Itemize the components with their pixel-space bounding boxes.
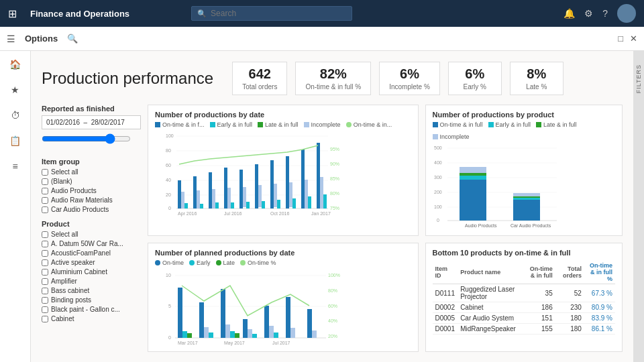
kpi-incomplete-label: Incomplete % — [389, 83, 430, 90]
svg-rect-68 — [513, 198, 540, 200]
svg-rect-69 — [513, 196, 540, 198]
cell-total: 180 — [555, 313, 584, 324]
svg-rect-66 — [460, 167, 486, 173]
sidebar-icons: 🏠 ★ ⏱ 📋 ≡ — [0, 51, 31, 362]
window-controls: □ ✕ — [618, 34, 637, 44]
svg-text:100: 100 — [166, 133, 174, 138]
filters-tab[interactable]: FILTERS — [633, 51, 644, 362]
chart3-svg: 10 5 0 100% 80% 60% 40% 20% — [155, 269, 350, 346]
filter-product-aluminium-label: Aluminium Cabinet — [51, 268, 107, 276]
svg-text:5: 5 — [168, 304, 171, 308]
filter-item: Black paint - Gallon c... — [42, 306, 141, 313]
filter-item-group-audioraw-checkbox[interactable] — [42, 197, 48, 204]
filter-item: Active speaker — [42, 259, 141, 266]
svg-text:500: 500 — [434, 145, 442, 150]
filter-product-binding-checkbox[interactable] — [42, 297, 48, 304]
svg-rect-32 — [277, 200, 280, 208]
legend3-late: Late — [216, 259, 235, 266]
cell-ontime: 186 — [527, 302, 555, 313]
filter-product-bass-checkbox[interactable] — [42, 288, 48, 294]
svg-rect-99 — [269, 326, 274, 338]
subnav-search-icon[interactable]: 🔍 — [67, 34, 78, 44]
kpi-late-value: 8% — [520, 66, 553, 82]
svg-rect-13 — [181, 192, 184, 208]
filter-product-acoustic-checkbox[interactable] — [42, 250, 48, 257]
filter-item: Car Audio Products — [42, 206, 141, 213]
hamburger-icon[interactable]: ☰ — [7, 34, 15, 44]
item-group-filter-section: Item group Select all (Blank) Audio Prod… — [42, 158, 141, 213]
filter-item-group-audio-checkbox[interactable] — [42, 188, 48, 194]
workspaces-icon[interactable]: 📋 — [7, 133, 23, 149]
filter-item: Amplifier — [42, 278, 141, 285]
chart3-title: Number of planned productions by date — [155, 249, 411, 257]
filter-product-active-checkbox[interactable] — [42, 259, 48, 266]
svg-text:0: 0 — [168, 206, 171, 210]
svg-rect-103 — [307, 309, 312, 338]
filter-product-selectall-label: Select all — [51, 231, 78, 238]
svg-text:100%: 100% — [328, 273, 340, 278]
chart2-svg: 500 400 300 200 100 0 — [433, 143, 560, 230]
filter-product-adatum-checkbox[interactable] — [42, 241, 48, 247]
filter-item-group-blank-checkbox[interactable] — [42, 178, 48, 185]
search-box[interactable]: 🔍 — [191, 6, 352, 21]
main-area: 🏠 ★ ⏱ 📋 ≡ Production performance 642 Tot… — [0, 51, 644, 362]
filter-item-group-audio-label: Audio Products — [51, 187, 97, 194]
help-icon[interactable]: ? — [602, 8, 608, 19]
svg-rect-65 — [460, 173, 486, 176]
filter-product-amplifier-checkbox[interactable] — [42, 278, 48, 285]
product-filter-section: Product Select all A. Datum 50W Car Ra..… — [42, 220, 141, 322]
options-title: Options — [25, 34, 58, 44]
kpi-early-label: Early % — [458, 83, 492, 90]
filter-product-cabinet-checkbox[interactable] — [42, 316, 48, 322]
svg-rect-35 — [292, 198, 296, 208]
filter-item: Aluminium Cabinet — [42, 268, 141, 276]
svg-rect-36 — [301, 149, 305, 208]
table-row: D0111 Ruggedized Laser Projector 35 52 6… — [433, 284, 616, 302]
avatar[interactable] — [617, 4, 636, 23]
legend2-incomplete: Incomplete — [433, 133, 470, 140]
chart1-svg: 100 80 60 40 20 0 — [155, 131, 350, 218]
date-range-slider[interactable] — [42, 133, 131, 144]
settings-icon[interactable]: ⚙ — [584, 8, 593, 19]
svg-text:90%: 90% — [330, 162, 339, 166]
svg-rect-23 — [231, 202, 234, 208]
filter-item-group-caraudio-checkbox[interactable] — [42, 206, 48, 213]
svg-text:May 2017: May 2017 — [224, 341, 245, 346]
bottom10-data-table: Item ID Product name On-time & in full T… — [433, 261, 616, 335]
date-range-display[interactable]: 01/02/2016 – 28/02/2017 — [42, 115, 141, 129]
svg-text:60: 60 — [166, 163, 171, 168]
chart-productions-by-product: Number of productions by product On-time… — [425, 105, 623, 236]
svg-text:75%: 75% — [330, 206, 339, 210]
date-to: 28/02/2017 — [91, 119, 125, 126]
top-right-actions: 🔔 ⚙ ? — [564, 4, 636, 23]
svg-rect-27 — [255, 164, 258, 208]
svg-text:60%: 60% — [328, 304, 337, 308]
kpi-incomplete-value: 6% — [389, 66, 430, 82]
home-icon[interactable]: 🏠 — [7, 56, 23, 72]
recent-icon[interactable]: ⏱ — [8, 107, 23, 123]
close-window-icon[interactable]: ✕ — [630, 34, 637, 44]
waffle-icon[interactable]: ⊞ — [8, 7, 17, 20]
charts-area: Number of productions by date On-time & … — [148, 105, 623, 352]
svg-text:Car Audio Products: Car Audio Products — [511, 223, 551, 228]
filter-item-group-selectall-checkbox[interactable] — [42, 169, 48, 176]
search-input[interactable] — [211, 9, 346, 18]
cell-item-id: D0001 — [433, 324, 458, 335]
notification-icon[interactable]: 🔔 — [564, 8, 575, 19]
restore-window-icon[interactable]: □ — [618, 34, 623, 44]
svg-rect-28 — [258, 185, 262, 207]
svg-rect-38 — [308, 196, 311, 208]
cell-item-id: D0111 — [433, 284, 458, 302]
favorites-icon[interactable]: ★ — [8, 82, 22, 98]
item-group-title: Item group — [42, 158, 141, 166]
svg-rect-20 — [215, 202, 219, 208]
svg-text:300: 300 — [434, 175, 442, 180]
cell-total: 180 — [555, 324, 584, 335]
nav-icon[interactable]: ≡ — [9, 158, 20, 174]
filter-product-blackpaint-checkbox[interactable] — [42, 306, 48, 313]
filter-product-aluminium-checkbox[interactable] — [42, 269, 48, 276]
svg-rect-89 — [204, 327, 209, 338]
filter-product-selectall-checkbox[interactable] — [42, 231, 48, 238]
kpi-ontime: 82% On-time & in full % — [295, 62, 371, 95]
cell-product-name: Cabinet — [458, 302, 527, 313]
